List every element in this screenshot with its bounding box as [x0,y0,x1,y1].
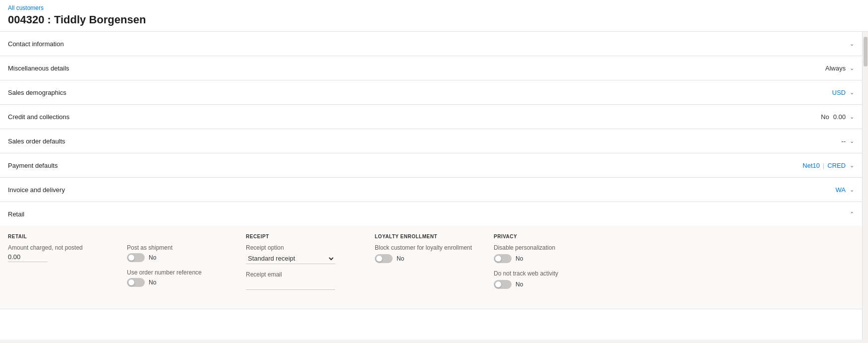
content-area: Contact information ⌄ Miscellaneous deta… [0,32,868,340]
block-loyalty-toggle[interactable] [375,254,393,263]
section-label-payment: Payment defaults [8,162,58,169]
breadcrumb[interactable]: All customers [8,4,44,11]
section-right-payment: Net10 | CRED ⌄ [803,162,854,169]
post-shipment-label: Post as shipment [127,244,230,251]
use-order-ref-value: No [149,279,156,286]
post-shipment-knob [128,255,134,261]
section-right-sales-order: -- ⌄ [841,137,854,145]
sales-order-value: -- [841,137,846,145]
disable-personalization-value: No [516,255,523,262]
block-loyalty-label: Block customer for loyalty enrollment [375,244,478,251]
retail-col-privacy: PRIVACY Disable personalization No Do no… [494,234,613,297]
section-label-contact: Contact information [8,40,64,48]
section-label-retail: Retail [8,210,24,218]
chevron-down-icon-misc: ⌄ [850,65,854,71]
section-invoice-delivery[interactable]: Invoice and delivery WA ⌄ [0,178,862,202]
post-shipment-toggle-row: No [127,253,230,262]
misc-value: Always [825,65,846,72]
chevron-down-icon-sales-order: ⌄ [850,138,854,144]
section-retail: Retail ⌃ RETAIL Amount charged, not post… [0,202,862,309]
scrollbar-thumb[interactable] [864,37,868,67]
credit-value1: No [821,113,829,121]
section-contact-information[interactable]: Contact information ⌄ [0,32,862,56]
section-right-invoice: WA ⌄ [836,186,854,194]
page-wrapper: All customers 004320 : Tiddly Borgensen … [0,0,868,340]
receipt-email-label: Receipt email [246,271,359,278]
retail-col-label: RETAIL [8,234,111,239]
receipt-option-label: Receipt option [246,244,359,251]
chevron-down-icon-credit: ⌄ [850,114,854,120]
header: All customers 004320 : Tiddly Borgensen [0,0,868,32]
sales-demo-value: USD [832,89,846,96]
disable-personalization-toggle[interactable] [494,254,512,263]
disable-personalization-label: Disable personalization [494,244,597,251]
do-not-track-value: No [516,281,523,288]
use-order-ref-knob [128,279,134,285]
retail-col-receipt: RECEIPT Receipt option Standard receipt … [246,234,375,297]
section-label-sales-demo: Sales demographics [8,89,66,96]
section-credit-collections[interactable]: Credit and collections No 0.00 ⌄ [0,105,862,129]
payment-divider: | [823,162,824,169]
do-not-track-label: Do not track web activity [494,270,597,277]
post-shipment-value: No [149,254,156,261]
main-content: Contact information ⌄ Miscellaneous deta… [0,32,862,340]
use-order-ref-toggle-row: No [127,278,230,287]
section-right-credit: No 0.00 ⌄ [821,113,854,121]
section-right-sales-demo: USD ⌄ [832,89,854,96]
chevron-down-icon-invoice: ⌄ [850,187,854,193]
section-right-misc: Always ⌄ [825,65,854,72]
use-order-ref-toggle[interactable] [127,278,145,287]
chevron-up-icon-retail: ⌃ [850,211,854,217]
post-shipment-toggle[interactable] [127,253,145,262]
chevron-down-icon-contact: ⌄ [850,41,854,47]
disable-personalization-knob [495,256,501,262]
section-label-credit: Credit and collections [8,113,69,121]
section-label-invoice: Invoice and delivery [8,186,65,194]
page-title: 004320 : Tiddly Borgensen [8,13,860,26]
receipt-col-label: RECEIPT [246,234,359,239]
amount-value: 0.00 [8,253,48,262]
retail-col-retail: RETAIL Amount charged, not posted 0.00 [8,234,127,297]
section-right-retail: ⌃ [850,211,854,217]
retail-body: RETAIL Amount charged, not posted 0.00 P… [0,226,862,309]
block-loyalty-value: No [397,255,404,262]
block-loyalty-toggle-row: No [375,254,478,263]
privacy-col-label: PRIVACY [494,234,597,239]
scrollbar-track[interactable] [862,32,868,340]
section-sales-demographics[interactable]: Sales demographics USD ⌄ [0,80,862,105]
do-not-track-knob [495,281,501,287]
chevron-down-icon-payment: ⌄ [850,162,854,169]
invoice-value: WA [836,186,846,194]
amount-label: Amount charged, not posted [8,244,111,251]
section-payment-defaults[interactable]: Payment defaults Net10 | CRED ⌄ [0,153,862,178]
do-not-track-toggle-row: No [494,280,597,289]
section-retail-header[interactable]: Retail ⌃ [0,202,862,226]
shipment-col-spacer [127,234,230,239]
receipt-email-input[interactable] [246,280,335,290]
receipt-email-group: Receipt email [246,271,359,290]
use-order-ref-label: Use order number reference [127,269,230,276]
payment-value1: Net10 [803,162,820,169]
section-right-contact: ⌄ [850,41,854,47]
section-label-sales-order: Sales order defaults [8,137,65,145]
do-not-track-toggle[interactable] [494,280,512,289]
section-label-misc: Miscellaneous details [8,65,69,72]
receipt-option-group: Receipt option Standard receipt [246,244,359,264]
block-loyalty-knob [376,256,382,262]
section-miscellaneous-details[interactable]: Miscellaneous details Always ⌄ [0,56,862,80]
payment-value-pair: Net10 | CRED [803,162,846,169]
disable-personalization-toggle-row: No [494,254,597,263]
amount-field-group: Amount charged, not posted 0.00 [8,244,111,262]
section-sales-order-defaults[interactable]: Sales order defaults -- ⌄ [0,129,862,153]
retail-col-shipment: Post as shipment No Use order number ref… [127,234,246,297]
retail-col-loyalty: LOYALTY ENROLLMENT Block customer for lo… [375,234,494,297]
credit-value2: 0.00 [833,113,846,121]
loyalty-col-label: LOYALTY ENROLLMENT [375,234,478,239]
chevron-down-icon-sales-demo: ⌄ [850,89,854,96]
payment-value2: CRED [827,162,846,169]
receipt-option-select[interactable]: Standard receipt [246,253,335,264]
